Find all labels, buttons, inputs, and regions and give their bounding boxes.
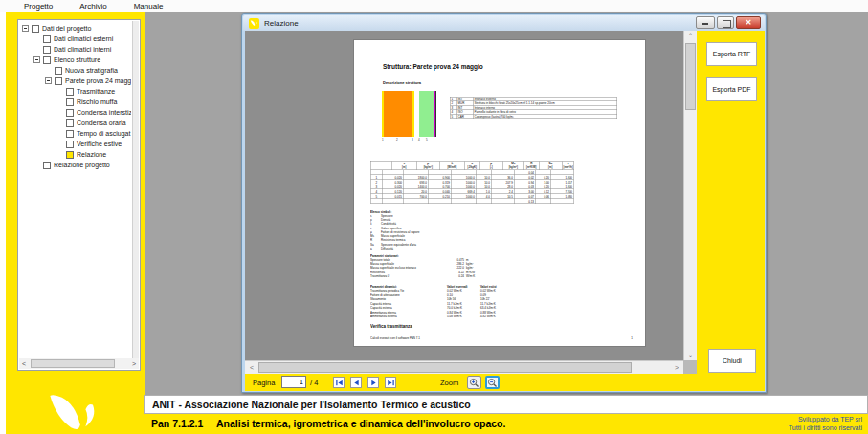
tree-vertical-scrollbar[interactable] xyxy=(132,21,139,358)
close-button[interactable]: Chiudi xyxy=(708,349,756,373)
tree-rows: Dati del progetto Dati climatici esterni… xyxy=(19,23,131,358)
page-number-input[interactable]: 1 xyxy=(281,376,306,388)
menu-archivio[interactable]: Archivio xyxy=(79,2,106,11)
table-row: 5CARCartongesso (lastra) 700 kg/m³ xyxy=(451,115,618,119)
maximize-button[interactable] xyxy=(717,16,734,29)
checkbox[interactable] xyxy=(43,46,51,54)
previous-page-button[interactable] xyxy=(350,377,362,388)
zoom-label: Zoom xyxy=(440,379,458,387)
footer-pan-bar: Pan 7.1.2.1 Analisi termica, igrometrica… xyxy=(144,414,868,434)
checkbox[interactable] xyxy=(66,88,74,96)
pan-logo xyxy=(44,394,105,430)
tree-item-relazione[interactable]: Relazione xyxy=(19,149,131,160)
checkbox[interactable] xyxy=(32,25,39,33)
last-page-button[interactable] xyxy=(385,377,396,388)
tree-item-dati-del-progetto[interactable]: Dati del progetto xyxy=(19,23,131,33)
tree-item-verifiche-estive[interactable]: Verifiche estive xyxy=(19,139,131,149)
tree-item-dati-climatici-esterni[interactable]: Dati climatici esterni xyxy=(19,33,131,44)
checkbox[interactable] xyxy=(66,130,74,138)
preview-vertical-scrollbar[interactable]: ⌃ ⌄ xyxy=(683,31,697,360)
layer-edge xyxy=(435,91,436,137)
checkbox[interactable] xyxy=(55,77,62,85)
doc-page-number: 1 xyxy=(631,336,633,339)
symbols-legend: Elenco simboli: sSpessoreρDensitàλCondut… xyxy=(370,210,419,250)
tree-item-parete-prova[interactable]: Parete prova 24 magg xyxy=(19,76,131,86)
tree-item-relazione-progetto[interactable]: Relazione progetto xyxy=(19,160,131,170)
materials-table: 1INTIntonaco esterno 2MURStruttura in bl… xyxy=(450,97,617,119)
scroll-up-icon[interactable]: ⌃ xyxy=(684,31,697,42)
pagination-bar: Pagina 1 / 4 Zoom xyxy=(245,374,765,391)
tree-item-tempo-di-asciugatura[interactable]: Tempo di asciugat xyxy=(19,128,131,139)
window-title: Relazione xyxy=(264,19,299,28)
menu-progetto[interactable]: Progetto xyxy=(24,2,53,11)
export-rtf-button[interactable]: Esporta RTF xyxy=(706,42,757,66)
menu-manuale[interactable]: Manuale xyxy=(134,2,164,11)
tree-item-rischio-muffa[interactable]: Rischio muffa xyxy=(19,97,131,107)
window-controls: ✕ xyxy=(696,16,761,29)
layer-muratura xyxy=(384,91,412,137)
page-label: Pagina xyxy=(253,379,275,387)
tree-horizontal-scrollbar[interactable]: < > xyxy=(19,358,139,369)
document-page: Struttura: Parete prova 24 maggio Descri… xyxy=(353,39,646,347)
page-total: / 4 xyxy=(310,379,318,387)
checkbox[interactable] xyxy=(43,56,51,64)
checkbox[interactable] xyxy=(66,119,74,127)
menu-bar: Progetto Archivio Manuale xyxy=(0,0,868,12)
scroll-down-icon[interactable]: ⌄ xyxy=(684,349,697,360)
tree-item-trasmittanze[interactable]: Trasmittanze xyxy=(19,86,131,97)
calc-note: Calcoli eseguiti con il software PAN 7.1 xyxy=(370,336,420,339)
tree-item-nuova-stratigrafia[interactable]: Nuova stratigrafia xyxy=(19,65,131,76)
checkbox[interactable] xyxy=(43,35,51,43)
table-row: 0.13 xyxy=(371,199,575,204)
scrollbar-thumb[interactable] xyxy=(685,43,696,110)
checkbox[interactable] xyxy=(43,162,51,169)
checkbox[interactable] xyxy=(66,109,74,117)
scroll-left-icon[interactable]: < xyxy=(19,358,29,369)
checkbox-selected[interactable] xyxy=(66,151,74,159)
minimize-button[interactable] xyxy=(696,16,715,29)
expander-icon[interactable] xyxy=(45,77,52,84)
tree-item-elenco-strutture[interactable]: Elenco strutture xyxy=(19,54,131,65)
first-page-button[interactable] xyxy=(333,377,345,388)
export-pdf-button[interactable]: Esporta PDF xyxy=(706,77,757,101)
tree-item-condensa-oraria[interactable]: Condensa oraria xyxy=(19,118,131,128)
close-window-button[interactable]: ✕ xyxy=(736,16,761,29)
checkbox[interactable] xyxy=(66,98,74,106)
stratigraphy-header: s[m]ρ[kg/m³]λ[W/mK]c[J/kgK]μ[-]Ms[kg/m²]… xyxy=(371,162,575,171)
doc-subtitle: Descrizione struttura xyxy=(383,80,421,85)
wall-layer-numbers: 1 2 3 4 5 xyxy=(382,138,437,141)
scrollbar-thumb[interactable] xyxy=(31,359,115,368)
zoom-in-icon[interactable] xyxy=(467,376,481,389)
preview-horizontal-scrollbar[interactable]: < > xyxy=(245,360,683,374)
scrollbar-corner xyxy=(683,360,697,374)
stratigraphy-table: s[m]ρ[kg/m³]λ[W/mK]c[J/kgK]μ[-]Ms[kg/m²]… xyxy=(370,161,574,204)
zoom-out-icon[interactable] xyxy=(485,376,500,389)
verification-heading: Verifica trasmittanza xyxy=(370,324,412,329)
tree-item-condensa-interstiziale[interactable]: Condensa interstiz xyxy=(19,107,131,118)
scroll-right-icon[interactable]: > xyxy=(671,361,682,374)
scroll-right-icon[interactable]: > xyxy=(129,358,139,369)
app-root: Progetto Archivio Manuale Dati del proge… xyxy=(0,0,868,434)
wall-section-diagram xyxy=(382,91,436,137)
pan-window-icon xyxy=(249,18,259,29)
project-tree: Dati del progetto Dati climatici esterni… xyxy=(17,19,141,371)
footer-anit-bar: ANIT - Associazione Nazionale per l'Isol… xyxy=(144,395,868,414)
scroll-left-icon[interactable]: < xyxy=(246,361,257,374)
layer-isolante xyxy=(419,91,434,137)
parameter-row: Ammettanza esterna5.08 W/m²K4.82 W/m²K xyxy=(370,315,514,320)
expander-icon[interactable] xyxy=(22,25,29,32)
tree-item-dati-climatici-interni[interactable]: Dati climatici interni xyxy=(19,44,131,54)
expander-icon[interactable] xyxy=(33,56,40,63)
parameter-row: Trasmittanza U0.24W/m²K xyxy=(370,274,490,278)
legend-row: aDiffusività xyxy=(370,247,419,250)
next-page-button[interactable] xyxy=(367,377,379,388)
pan-version: Pan 7.1.2.1 xyxy=(151,418,203,429)
relazione-window: Relazione ✕ Struttura: Parete prova 24 m… xyxy=(241,13,767,393)
dynamic-parameters: Parametri dinamici: Valori invernali Val… xyxy=(370,285,514,319)
footer-credits: Sviluppato da TEP srl Tutti i diritti so… xyxy=(789,416,862,432)
checkbox[interactable] xyxy=(55,67,62,75)
window-titlebar[interactable]: Relazione xyxy=(243,15,765,31)
doc-title: Struttura: Parete prova 24 maggio xyxy=(383,63,483,71)
scrollbar-thumb[interactable] xyxy=(258,362,632,373)
checkbox[interactable] xyxy=(66,141,74,148)
